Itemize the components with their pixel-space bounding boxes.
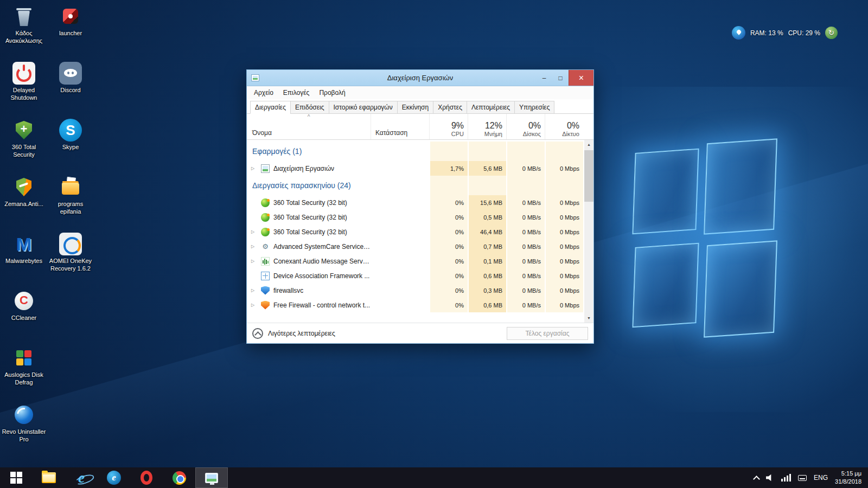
process-row[interactable]: 360 Total Security (32 bit)0%15,6 MB0 MB… (247, 195, 593, 210)
process-row[interactable]: 360 Total Security (32 bit)0%0,5 MB0 MB/… (247, 210, 593, 224)
discord-icon (59, 62, 82, 85)
desktop-icon-revo[interactable]: Revo Uninstaller Pro (1, 402, 47, 459)
fewer-details-label: Λιγότερες λεπτομέρειες (268, 330, 335, 337)
expand-arrow-icon[interactable]: ▷ (251, 244, 261, 249)
clock[interactable]: 5:15 μμ 31/8/2018 (835, 470, 861, 486)
network-total-pct: 0% (567, 121, 579, 131)
column-header-name[interactable]: ^ Όνομα (247, 114, 371, 139)
menu-item-view[interactable]: Προβολή (314, 87, 350, 99)
speedup-ball-icon[interactable]: ↻ (825, 27, 838, 39)
disk-value: 0 MB/s (506, 239, 545, 254)
process-row[interactable]: ▷Advanced SystemCare Service (...0%0,7 M… (247, 239, 593, 254)
desktop-icon-programs-epifania[interactable]: programs epifania (48, 174, 93, 231)
column-header-disk[interactable]: 0%Δίσκος (506, 114, 545, 139)
desktop-icon-malwarebytes[interactable]: Malwarebytes (1, 231, 47, 288)
maximize-button[interactable]: □ (552, 70, 569, 86)
process-group-header[interactable]: Εφαρμογές (1) (247, 142, 593, 161)
desktop-icon-discord[interactable]: Discord (48, 60, 93, 117)
fewer-details-toggle[interactable]: Λιγότερες λεπτομέρειες (252, 328, 335, 339)
tab-services[interactable]: Υπηρεσίες (514, 101, 554, 114)
desktop-icon-launcher[interactable]: launcher (48, 3, 93, 60)
desktop-icon-zemana[interactable]: Zemana.Anti... (1, 174, 47, 231)
expand-arrow-icon[interactable]: ▷ (251, 288, 261, 293)
desktop-icon-aomei[interactable]: AOMEI OneKey Recovery 1.6.2 (48, 231, 93, 288)
delayed-shutdown-icon (12, 62, 35, 85)
status-column-label: Κατάσταση (375, 129, 407, 137)
menu-item-options[interactable]: Επιλογές (278, 87, 315, 99)
process-row[interactable]: ▷360 Total Security (32 bit)0%46,4 MB0 M… (247, 224, 593, 239)
cpu-column-label: CPU (451, 131, 464, 137)
process-row[interactable]: ▷Conexant Audio Message Service0%0,1 MB0… (247, 254, 593, 268)
disk-value: 0 MB/s (506, 161, 545, 176)
windows-logo-pane (632, 243, 699, 328)
desktop-icon-ccleaner[interactable]: CCleaner (1, 288, 47, 345)
tab-details[interactable]: Λεπτομέρειες (467, 101, 515, 114)
title-bar[interactable]: Διαχείριση Εργασιών – □ × (247, 70, 593, 86)
programs-epifania-icon (59, 176, 82, 198)
start-button[interactable] (0, 467, 33, 488)
tab-processes[interactable]: Διεργασίες (250, 101, 291, 114)
tab-startup[interactable]: Εκκίνηση (397, 101, 433, 114)
desktop-icon-delayed-shutdown[interactable]: Delayed Shutdown (1, 60, 47, 117)
network-value: 0 Mbps (545, 239, 583, 254)
chrome-button[interactable] (163, 467, 195, 488)
column-header-memory[interactable]: 12%Μνήμη (468, 114, 506, 139)
windows-logo-pane (704, 240, 777, 338)
column-header-network[interactable]: 0%Δίκτυο (545, 114, 583, 139)
process-row[interactable]: Device Association Framework ...0%0,6 MB… (247, 268, 593, 283)
process-row[interactable]: ▷Free Firewall - control network t...0%0… (247, 298, 593, 312)
opera-button[interactable] (130, 467, 163, 488)
scroll-down-button[interactable]: ▼ (584, 313, 593, 323)
desktop-icon-label: Discord (60, 87, 80, 94)
volume-icon[interactable] (766, 474, 774, 481)
show-hidden-icons-chevron[interactable] (753, 476, 760, 483)
close-button[interactable]: × (569, 70, 593, 86)
touch-keyboard-icon[interactable] (798, 475, 807, 481)
tab-users[interactable]: Χρήστες (433, 101, 467, 114)
internet-explorer-button[interactable] (65, 467, 98, 488)
desktop-icon-label: AOMEI OneKey Recovery 1.6.2 (48, 258, 93, 273)
column-header-row: ^ Όνομα Κατάσταση 9%CPU12%Μνήμη0%Δίσκος0… (247, 114, 593, 140)
scroll-up-button[interactable]: ▲ (584, 140, 593, 149)
water-drop-icon[interactable] (732, 26, 745, 40)
desktop-icon-label: Delayed Shutdown (1, 87, 47, 102)
process-row[interactable]: ▷firewallsvc0%0,3 MB0 MB/s0 Mbps (247, 283, 593, 298)
expand-arrow-icon[interactable]: ▷ (251, 259, 261, 264)
network-value: 0 Mbps (545, 195, 583, 210)
column-header-cpu[interactable]: 9%CPU (429, 114, 468, 139)
process-group-header[interactable]: Διεργασίες παρασκηνίου (24) (247, 176, 593, 195)
desktop-icon-auslogics[interactable]: Auslogics Disk Defrag (1, 345, 47, 402)
opera-icon (141, 471, 152, 485)
expand-arrow-icon[interactable]: ▷ (251, 166, 261, 171)
process-name: 360 Total Security (32 bit) (273, 199, 347, 207)
tab-app-history[interactable]: Ιστορικό εφαρμογών (329, 101, 398, 114)
process-row[interactable]: ▷Διαχείριση Εργασιών1,7%5,6 MB0 MB/s0 Mb… (247, 161, 593, 176)
scrollbar[interactable]: ▲ ▼ (584, 140, 593, 323)
memory-value: 0,3 MB (468, 283, 506, 298)
disk-value: 0 MB/s (506, 254, 545, 268)
column-header-status[interactable]: Κατάσταση (371, 114, 429, 139)
minimize-button[interactable]: – (536, 70, 552, 86)
tab-performance[interactable]: Επιδόσεις (290, 101, 329, 114)
memory-column-label: Μνήμη (484, 131, 502, 137)
internet-explorer-tile-button[interactable] (98, 467, 130, 488)
expand-arrow-icon[interactable]: ▷ (251, 229, 261, 234)
desktop-icon-label: Auslogics Disk Defrag (1, 371, 47, 387)
ccleaner-icon (12, 290, 35, 312)
language-indicator[interactable]: ENG (814, 474, 828, 481)
menu-item-file[interactable]: Αρχείο (249, 87, 278, 99)
scroll-thumb[interactable] (584, 150, 593, 202)
malwarebytes-icon (12, 233, 35, 255)
network-signal-icon[interactable] (781, 474, 791, 481)
scroll-track[interactable] (584, 149, 593, 313)
task-manager-taskbar-button[interactable] (195, 467, 228, 488)
desktop-icon-total-security[interactable]: 360 Total Security (1, 117, 47, 174)
auslogics-icon (12, 346, 35, 369)
desktop-icon-recycle-bin[interactable]: Κάδος Ανακύκλωσης (1, 3, 47, 60)
expand-arrow-icon[interactable]: ▷ (251, 303, 261, 307)
sort-ascending-icon: ^ (308, 114, 310, 120)
desktop-icon-skype[interactable]: Skype (48, 117, 93, 174)
network-value: 0 Mbps (545, 283, 583, 298)
file-explorer-button[interactable] (33, 467, 65, 488)
end-task-button[interactable]: Τέλος εργασίας (507, 327, 588, 340)
